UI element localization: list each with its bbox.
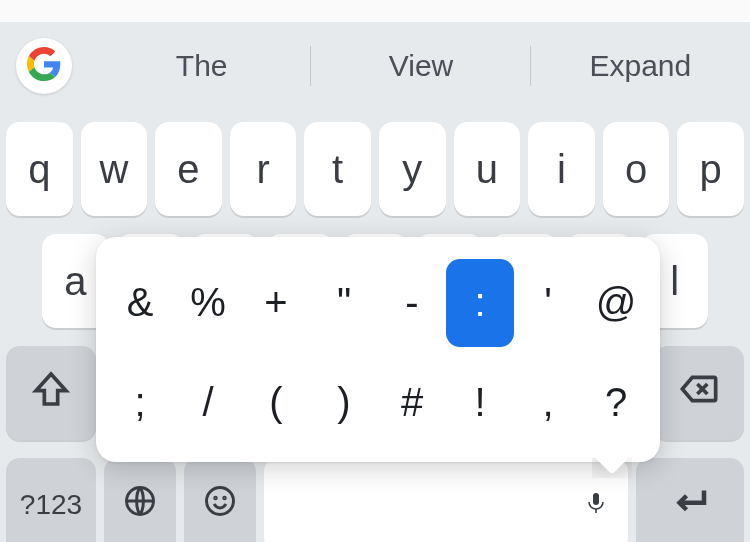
keyboard: The View Expand q w e r t y u i o p a s … bbox=[0, 22, 750, 542]
key-t[interactable]: t bbox=[304, 122, 371, 216]
row-1: q w e r t y u i o p bbox=[0, 122, 750, 216]
svg-point-4 bbox=[215, 497, 217, 499]
emoji-icon bbox=[202, 483, 238, 528]
suggestion-bar: The View Expand bbox=[0, 22, 750, 110]
popup-key-at[interactable]: @ bbox=[582, 259, 650, 347]
spacebar-key[interactable] bbox=[264, 458, 628, 542]
globe-icon bbox=[122, 483, 158, 528]
key-w[interactable]: w bbox=[81, 122, 148, 216]
backspace-icon bbox=[679, 369, 719, 418]
popup-key-semicolon[interactable]: ; bbox=[106, 358, 174, 446]
svg-point-5 bbox=[224, 497, 226, 499]
popup-key-dash[interactable]: - bbox=[378, 259, 446, 347]
emoji-key[interactable] bbox=[184, 458, 256, 542]
language-key[interactable] bbox=[104, 458, 176, 542]
key-o[interactable]: o bbox=[603, 122, 670, 216]
enter-key[interactable] bbox=[636, 458, 744, 542]
popup-row-1: & % + " - : ' @ bbox=[106, 259, 650, 347]
popup-key-question[interactable]: ? bbox=[582, 358, 650, 446]
shift-icon bbox=[31, 369, 71, 418]
suggestion-1[interactable]: The bbox=[92, 38, 311, 94]
key-i[interactable]: i bbox=[528, 122, 595, 216]
popup-key-plus[interactable]: + bbox=[242, 259, 310, 347]
popup-key-percent[interactable]: % bbox=[174, 259, 242, 347]
popup-key-rparen[interactable]: ) bbox=[310, 358, 378, 446]
popup-key-comma[interactable]: , bbox=[514, 358, 582, 446]
shift-key[interactable] bbox=[6, 346, 96, 440]
popup-key-colon[interactable]: : bbox=[446, 259, 514, 347]
popup-key-apostrophe[interactable]: ' bbox=[514, 259, 582, 347]
suggestion-2[interactable]: View bbox=[311, 38, 530, 94]
popup-tail bbox=[592, 458, 632, 478]
popup-key-bang[interactable]: ! bbox=[446, 358, 514, 446]
enter-icon bbox=[669, 480, 711, 531]
google-icon bbox=[27, 47, 61, 85]
mic-icon bbox=[584, 491, 608, 519]
svg-point-3 bbox=[207, 487, 234, 514]
google-button[interactable] bbox=[16, 38, 72, 94]
key-u[interactable]: u bbox=[454, 122, 521, 216]
popup-key-lparen[interactable]: ( bbox=[242, 358, 310, 446]
key-e[interactable]: e bbox=[155, 122, 222, 216]
popup-key-hash[interactable]: # bbox=[378, 358, 446, 446]
key-r[interactable]: r bbox=[230, 122, 297, 216]
suggestion-list: The View Expand bbox=[92, 38, 750, 94]
popup-row-2: ; / ( ) # ! , ? bbox=[106, 358, 650, 446]
row-4: ?123 bbox=[0, 458, 750, 542]
key-y[interactable]: y bbox=[379, 122, 446, 216]
suggestion-3[interactable]: Expand bbox=[531, 38, 750, 94]
popup-key-slash[interactable]: / bbox=[174, 358, 242, 446]
popup-key-ampersand[interactable]: & bbox=[106, 259, 174, 347]
popup-key-quote[interactable]: " bbox=[310, 259, 378, 347]
key-p[interactable]: p bbox=[677, 122, 744, 216]
backspace-key[interactable] bbox=[654, 346, 744, 440]
key-q[interactable]: q bbox=[6, 122, 73, 216]
symbol-popup: & % + " - : ' @ ; / ( ) # ! , ? bbox=[96, 237, 660, 462]
symbols-key[interactable]: ?123 bbox=[6, 458, 96, 542]
